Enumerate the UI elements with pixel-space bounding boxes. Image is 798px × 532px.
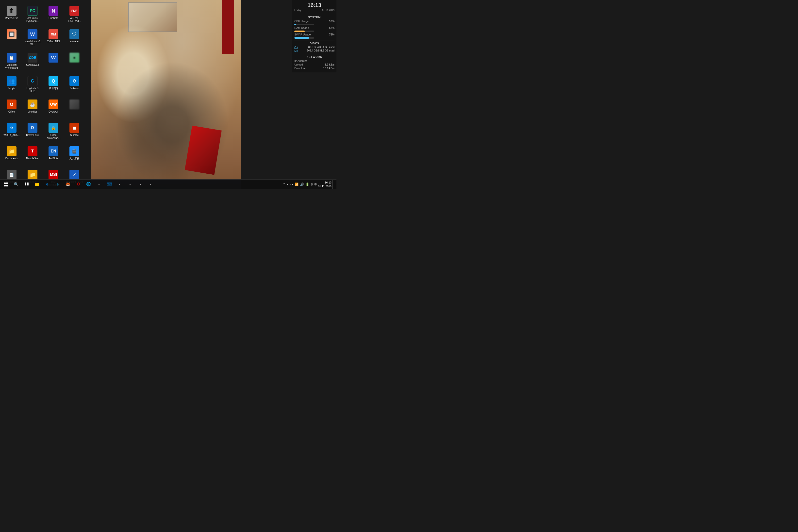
icon-jetbrains-pycharm[interactable]: PC JetBrains PyCharm... (23, 4, 42, 26)
report-icon: 📄 (7, 170, 17, 179)
taskbar-app-explorer[interactable] (32, 180, 42, 189)
icon-qq[interactable]: Q 腾讯QQ (44, 75, 63, 97)
show-desktop-button[interactable] (332, 180, 335, 189)
upload-label: Upload (294, 63, 303, 66)
icon-throttlestop[interactable]: T ThrottleStop (23, 145, 42, 167)
icon-logitech[interactable]: G Logitech G HUB (23, 75, 42, 97)
disk-c-value: 83.0 GB/236.4 GB used (308, 46, 335, 49)
icon-blurred2[interactable]: ▪ (65, 51, 84, 73)
icon-cdisplay[interactable]: CDE CDisplayEx (23, 51, 42, 73)
taskbar-taskview-button[interactable] (22, 180, 32, 189)
endnote-icon: EN (49, 146, 58, 156)
surface-icon: ◼ (70, 123, 79, 133)
taskbar-app-edge[interactable]: e (42, 180, 52, 189)
icon-immunet[interactable]: 🛡 Immunet (65, 28, 84, 50)
tray-icon-3[interactable]: ▪ (292, 183, 293, 186)
download-row: Download 15.6 kB/s (294, 67, 335, 70)
system-panel: 16:13 Friday 01.11.2019 SYSTEM CPU Usage… (292, 0, 337, 72)
icon-dfield[interactable]: ☕ dfield.jar (23, 98, 42, 120)
svg-rect-4 (35, 183, 39, 186)
icon-documents[interactable]: 📁 Documents (2, 145, 21, 167)
taskbar-app-chrome[interactable]: 🌐 (84, 180, 94, 189)
icon-workaca[interactable]: ⚙ WORK_ACA... (2, 121, 21, 144)
taskbar-left: 🔍 e e 🦊 O 🌐 ▪ ⌨ ▪ ▪ ▪ ▪ (0, 180, 156, 189)
taskbar-apps: e e 🦊 O 🌐 ▪ ⌨ ▪ ▪ ▪ ▪ (32, 180, 156, 189)
office-icon: O (7, 99, 17, 109)
icon-xmind[interactable]: XM XMind ZEN (44, 28, 63, 50)
disk-d-value: 566.4 GB/931.5 GB used (307, 49, 335, 52)
disk-c-row: C:\ 83.0 GB/236.4 GB used (294, 46, 335, 49)
tray-icon-1[interactable]: ▪ (287, 183, 288, 186)
word2-icon: W (49, 53, 58, 62)
taskbar-app-unknown2[interactable]: ▪ (115, 180, 125, 189)
tray-icon-network[interactable]: 📶 (294, 183, 299, 186)
tray-icon-2[interactable]: ▪ (289, 183, 290, 186)
ram-label: RAM Usage (294, 26, 309, 29)
overwolf-icon: OW (49, 99, 58, 109)
start-button[interactable] (1, 180, 11, 189)
onenote-icon: N (49, 6, 58, 16)
icon-surface[interactable]: ◼ Surface (65, 121, 84, 144)
taskbar-app-firefox[interactable]: 🦊 (63, 180, 73, 189)
upload-row: Upload 3.3 kB/s (294, 63, 335, 66)
taskbar-clock[interactable]: 16:13 01.11.2019 (318, 181, 331, 188)
taskbar: 🔍 e e 🦊 O 🌐 ▪ ⌨ ▪ ▪ ▪ ▪ (0, 179, 337, 189)
disks-section-title: DISKS (294, 40, 335, 45)
tray-icon-battery[interactable]: 🔋 (305, 183, 309, 186)
icon-blurred3[interactable] (65, 98, 84, 120)
icon-endnote[interactable]: EN EndNote (44, 145, 63, 167)
cpu-label: CPU Usage (294, 20, 309, 23)
ram-row: RAM Usage 52% (294, 26, 335, 29)
icon-drivereasy[interactable]: D Driver Easy (23, 121, 42, 144)
taskbar-app-opera[interactable]: O (73, 180, 83, 189)
taskbar-search-button[interactable]: 🔍 (11, 180, 21, 189)
ip-row: IP Address (294, 59, 335, 62)
tray-icon-bluetooth[interactable]: B (311, 183, 313, 186)
clock-time: 16:13 (294, 2, 335, 8)
icon-overwolf[interactable]: OW Overwolf (44, 98, 63, 120)
cisco-icon: 🔒 (49, 123, 58, 133)
blurapp-icon: 🔲 (7, 29, 17, 39)
throttlestop-icon: T (27, 146, 37, 156)
tray-icon-volume[interactable]: 🔊 (300, 183, 304, 186)
tray-icon-ime[interactable]: 中 (314, 183, 317, 186)
icon-label: Immunet (70, 40, 79, 43)
icon-software[interactable]: ⚙ Software (65, 75, 84, 97)
taskbar-app-media[interactable]: ▪ (135, 180, 145, 189)
icon-new-word[interactable]: W New Microsoft W... (23, 28, 42, 50)
msi-icon: MSI (49, 170, 58, 179)
icon-whiteboard[interactable]: 📋 Microsoft Whiteboard (2, 51, 21, 73)
icon-onenote[interactable]: N OneNote (44, 4, 63, 26)
drivereasy-icon: D (27, 123, 37, 133)
word-icon: W (27, 29, 37, 39)
icon-renren[interactable]: 🎬 人人影视 (65, 145, 84, 167)
software-icon: ⚙ (70, 76, 79, 86)
taskbar-app-vscode[interactable]: ⌨ (104, 180, 114, 189)
icon-label: Software (70, 87, 79, 90)
taskbar-app-unknown3[interactable]: ▪ (125, 180, 135, 189)
backup-icon: 📁 (27, 170, 37, 179)
icon-label: Logitech G HUB (24, 87, 41, 93)
microsofttodo-icon: ✓ (70, 170, 79, 179)
icon-recycle-bin[interactable]: 🗑 Recycle Bin (2, 4, 21, 26)
svg-rect-0 (25, 183, 26, 184)
people-icon: 👥 (7, 76, 17, 86)
icon-blurapp[interactable]: 🔲 (2, 28, 21, 50)
icon-office[interactable]: O Office (2, 98, 21, 120)
taskbar-app-unknown1[interactable]: ▪ (94, 180, 104, 189)
desktop-icons: 🗑 Recycle Bin PC JetBrains PyCharm... N … (0, 2, 91, 179)
icon-people[interactable]: 👥 People (2, 75, 21, 97)
cpu-value: 10% (329, 20, 335, 23)
taskbar-time: 16:13 (318, 181, 331, 184)
taskbar-app-steam[interactable]: ▪ (146, 180, 156, 189)
svg-rect-2 (25, 184, 26, 186)
icon-word2[interactable]: W (44, 51, 63, 73)
icon-cisco[interactable]: 🔒 Cisco AnyConne... (44, 121, 63, 144)
icon-label: Recycle Bin (5, 17, 18, 20)
tray-arrow[interactable]: ⌃ (283, 183, 285, 186)
icon-abbyy[interactable]: FNR ABBYY FineRead... (65, 4, 84, 26)
taskbar-app-ie[interactable]: e (53, 180, 62, 189)
icon-label: 腾讯QQ (49, 87, 58, 90)
workaca-icon: ⚙ (7, 123, 17, 133)
wallpaper-red-banner (222, 0, 234, 54)
